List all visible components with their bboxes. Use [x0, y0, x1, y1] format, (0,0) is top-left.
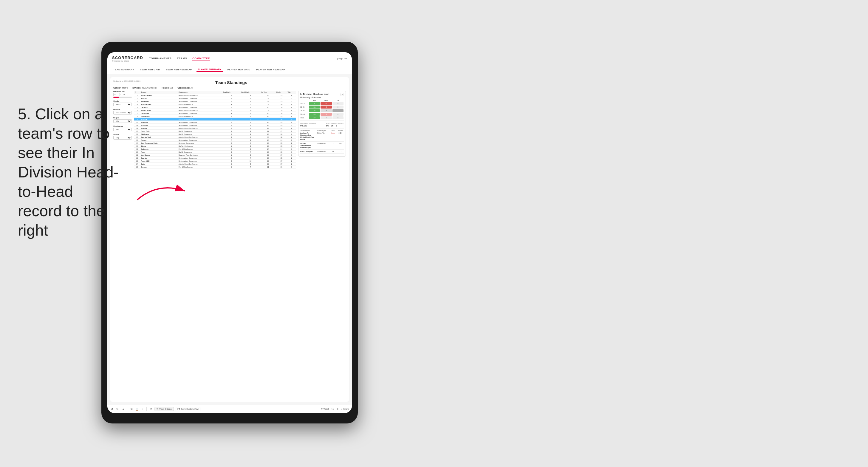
table-row[interactable]: 2 Auburn Southeastern Conference 2 1 9 2…: [134, 97, 296, 100]
sub-nav-team-h2h-grid[interactable]: TEAM H2H GRID: [139, 68, 161, 71]
watch-btn[interactable]: 👁 Watch: [321, 408, 330, 410]
forward-icon[interactable]: ⇥: [121, 407, 125, 411]
table-row[interactable]: 10 Alabama Southeastern Conference 5 8 2…: [134, 121, 296, 124]
save-custom-btn[interactable]: 💾 Save Custom View: [176, 407, 200, 411]
sub-nav-player-summary[interactable]: PLAYER SUMMARY: [196, 67, 222, 72]
tournament-row-2: Arizona Thunderbirds Intercollegiate Str…: [300, 143, 344, 150]
h2h-title: In Division Head-to-Head: [300, 93, 329, 95]
add-icon[interactable]: +: [141, 407, 144, 411]
col-school: School: [140, 91, 178, 94]
h2h-card: In Division Head-to-Head ✕ University of…: [298, 91, 346, 157]
logo-area: SCOREBOARD Powered by clippd: [112, 56, 143, 62]
card-header: Update time: 27/03/2024 16:56:26 Team St…: [113, 80, 346, 85]
bottom-toolbar: ↺ ↻ ⇥ ⧉ 📋 + ⏱ 👁 View: Original 💾 Save Cu…: [107, 405, 352, 413]
t1-name: Jackson T. Stephens Cup Men's Match-Play…: [300, 132, 316, 141]
instruction-text: 5. Click on a team's row to see their In…: [18, 104, 119, 240]
t2-score: -17: [337, 143, 344, 149]
table-row[interactable]: 18 Illinois Big Ten Conference 1 9 23 23…: [134, 145, 296, 148]
table-row[interactable]: 15 Georgia Tech Atlantic Coast Conferenc…: [134, 136, 296, 139]
h2h-1125-win: 11: [309, 105, 320, 108]
nav-tournaments[interactable]: TOURNAMENTS: [149, 56, 172, 61]
h2h-panel: In Division Head-to-Head ✕ University of…: [298, 91, 346, 399]
t2-pos: 1: [330, 143, 336, 149]
toolbar-divider-2: [146, 407, 147, 411]
table-row[interactable]: 8 Washington Pac-12 Conference 2 8 23 23…: [134, 115, 296, 118]
undo-icon[interactable]: ↺: [110, 407, 114, 411]
sub-nav-player-h2h-heatmap[interactable]: PLAYER H2H HEATMAP: [255, 68, 286, 71]
h2h-row-top10: Top 10 3 13 0: [300, 102, 344, 105]
sub-nav-player-h2h-grid[interactable]: PLAYER H2H GRID: [226, 68, 252, 71]
main-card: Update time: 27/03/2024 16:56:26 Team St…: [110, 77, 349, 402]
col-win: Win: [287, 91, 296, 94]
h2h-close-button[interactable]: ✕: [340, 93, 344, 96]
paste-icon[interactable]: 📋: [135, 407, 138, 411]
tournament-header-row: Tournament Event Type Pos Score: [300, 130, 344, 131]
share-btn[interactable]: ↗ Share: [341, 408, 349, 410]
h2h-51100-loss: 3: [320, 113, 332, 116]
min-rounds-input1[interactable]: [113, 93, 120, 96]
sub-nav-team-h2h-heatmap[interactable]: TEAM H2H HEATMAP: [165, 68, 193, 71]
col-conf-rank: Conf Rank: [241, 91, 260, 94]
card-title: Team Standings: [141, 80, 322, 85]
min-rounds-input2[interactable]: [122, 93, 128, 96]
standings-table-panel: # School Conference Reg Rank Conf Rank N…: [134, 91, 296, 399]
filter-conference: Conference: All: [178, 87, 193, 89]
nav-committee[interactable]: COMMITTEE: [192, 56, 210, 61]
table-row[interactable]: 12 Virginia Atlantic Coast Conference 3 …: [134, 127, 296, 130]
h2h-51100-win: 20: [309, 113, 320, 116]
table-row[interactable]: 24 Duke Atlantic Coast Conference 5 9 27…: [134, 162, 296, 165]
table-row[interactable]: 25 Oregon Pac-12 Conference 5 7 21 21 0: [134, 165, 296, 168]
h2h-col-tie: Tie: [332, 100, 344, 101]
h2h-1125-tie: 0: [333, 105, 343, 108]
table-row[interactable]: 17 East Tennessee State Southern Confere…: [134, 142, 296, 145]
table-row[interactable]: 3 Vanderbilt Southeastern Conference 3 2…: [134, 100, 296, 103]
sub-nav-team-summary[interactable]: TEAM SUMMARY: [112, 68, 135, 71]
h2h-team-name: University of Arizona: [300, 96, 344, 98]
view-original-btn[interactable]: 👁 View: Original: [154, 407, 174, 411]
table-row[interactable]: 16 Florida Southeastern Conference 7 9 2…: [134, 139, 296, 142]
table-row[interactable]: 6 Florida State Atlantic Coast Conferenc…: [134, 109, 296, 112]
h2h-col-headers: Win Loss Tie: [300, 100, 344, 101]
col-rank: #: [134, 91, 140, 94]
eye-icon: 👁: [321, 408, 323, 410]
table-row[interactable]: 19 California Pac-12 Conference 4 8 24 2…: [134, 148, 296, 151]
standings-table: # School Conference Reg Rank Conf Rank N…: [134, 91, 296, 168]
table-row[interactable]: 5 Ole Miss Southeastern Conference 3 6 1…: [134, 106, 296, 109]
table-row[interactable]: 4 Arizona State Pac-12 Conference 4 5 9 …: [134, 103, 296, 106]
nav-teams[interactable]: TEAMS: [177, 56, 187, 61]
sub-nav: TEAM SUMMARY TEAM H2H GRID TEAM H2H HEAT…: [107, 65, 352, 74]
h2h-51100-tie: 0: [333, 113, 343, 116]
tablet-screen: SCOREBOARD Powered by clippd TOURNAMENTS…: [107, 52, 352, 413]
tournament-section: Tournament Event Type Pos Score Jackson …: [300, 130, 344, 154]
h2h-gt100-loss: 0: [320, 116, 332, 119]
table-row[interactable]: 14 Oklahoma Big 12 Conference 2 9 26 26 …: [134, 133, 296, 136]
table-row[interactable]: 9 Arizona Pac-12 Conference 5 8 30 30 2: [134, 118, 296, 121]
h2h-row-2650: 26-50 25 2 1: [300, 109, 344, 112]
sign-out-link[interactable]: | Sign out: [337, 57, 347, 60]
t3-score: 17: [337, 151, 344, 153]
table-row[interactable]: 13 Texas Tech Big 12 Conference 1 9 27 2…: [134, 130, 296, 133]
logo-title: SCOREBOARD: [112, 56, 143, 60]
clock-icon[interactable]: ⏱: [149, 407, 153, 411]
table-row[interactable]: 23 Texas A&M Southeastern Conference 9 1…: [134, 160, 296, 162]
comment-btn[interactable]: 💬: [332, 408, 334, 410]
content-body: Minimum Rou... -: [113, 91, 346, 399]
col-conference: Conference: [178, 91, 222, 94]
range-slider[interactable]: [113, 97, 132, 98]
h2h-opponents-section: Opponents in division: 99.1% W-L-T recor…: [300, 123, 344, 127]
copy-icon[interactable]: ⧉: [130, 407, 133, 411]
table-row[interactable]: 22 Georgia Southeastern Conference 8 7 2…: [134, 157, 296, 160]
table-row[interactable]: 21 New Mexico Mountain West Conference 1…: [134, 154, 296, 157]
table-row[interactable]: 1 North Carolina Atlantic Coast Conferen…: [134, 94, 296, 97]
nav-items: TOURNAMENTS TEAMS COMMITTEE: [149, 56, 337, 61]
table-row[interactable]: 20 Texas Big 12 Conference 3 7 20 20 0: [134, 151, 296, 154]
redo-icon[interactable]: ↻: [116, 407, 119, 411]
update-time: Update time: 27/03/2024 16:56:26: [113, 80, 141, 82]
table-row[interactable]: 7 Tennessee Southeastern Conference 4 6 …: [134, 112, 296, 115]
h2h-2650-loss: 2: [320, 109, 332, 112]
settings-btn[interactable]: ⚙: [337, 408, 338, 410]
table-row[interactable]: 11 Arkansas Southeastern Conference 6 8 …: [134, 124, 296, 127]
h2h-top10-win: 3: [309, 102, 320, 105]
h2h-col-win: Win: [309, 100, 320, 101]
gear-icon: ⚙: [337, 408, 338, 410]
